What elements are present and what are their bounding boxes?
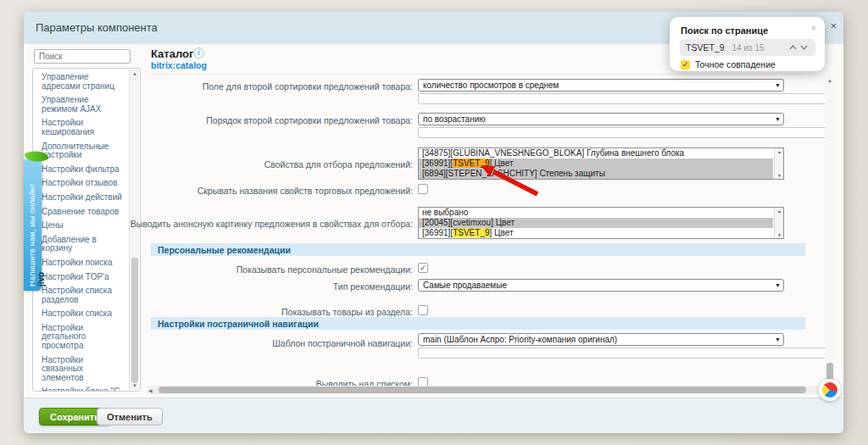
form-vertical-scrollbar[interactable]: ▲: [825, 76, 835, 393]
sort-field2-select[interactable]: количество просмотров в среднем ▼: [418, 79, 784, 92]
field-label: Порядок второй сортировки предложений то…: [206, 115, 413, 125]
sort-order2-custom-input[interactable]: [418, 127, 826, 138]
sidebar-item[interactable]: Настройки блока "С этим товаром покупают…: [33, 385, 127, 392]
dialog-close-icon[interactable]: ×: [830, 19, 837, 32]
h-scroll-thumb[interactable]: [159, 387, 806, 393]
sidebar-item[interactable]: Настройки детального просмотра: [33, 321, 127, 353]
info-icon[interactable]: i: [193, 47, 204, 58]
section-header-personal: Персональные рекомендации: [151, 243, 805, 256]
field-label: Поле для второй сортировки предложений т…: [203, 81, 413, 92]
dropdown-arrow-icon: ▼: [775, 116, 781, 122]
chat-widget-tab[interactable]: Напишите нам, мы онлайн! jivo: [24, 159, 42, 291]
field-label: Выводить анонсную картинку предложения в…: [131, 219, 413, 229]
chat-brand: jivo: [36, 272, 46, 286]
page-title: Каталог: [151, 47, 193, 60]
component-params-dialog: Параметры компонента × Управление адреса…: [24, 12, 843, 433]
sidebar-item[interactable]: Настройки действий: [33, 191, 127, 205]
page: { "window": { "title": "Параметры компон…: [0, 0, 868, 445]
show-personal-checkbox[interactable]: ✓: [418, 263, 428, 273]
scroll-up-icon[interactable]: ▲: [825, 78, 835, 83]
listbox-option[interactable]: не выбрано: [419, 208, 773, 218]
sidebar-item[interactable]: Цены: [33, 219, 127, 233]
hide-prop-names-checkbox[interactable]: [418, 184, 428, 194]
sidebar-search-input[interactable]: [34, 49, 131, 64]
sidebar-item-label: Настройки кеширования: [42, 118, 94, 136]
field-label: Показывать персональные рекомендации:: [236, 264, 413, 275]
v-scroll-thumb[interactable]: [826, 363, 833, 381]
sidebar-item-label: Управление адресами страниц: [42, 72, 114, 91]
form-horizontal-scrollbar[interactable]: ◀: [147, 386, 820, 394]
field-label: Скрывать названия свойств торговых предл…: [198, 186, 413, 196]
sidebar-item[interactable]: Управление адресами страниц: [33, 70, 127, 93]
scroll-down-icon[interactable]: ▼: [775, 173, 784, 178]
sidebar-items: Управление адресами страниц Управление р…: [33, 70, 127, 392]
exact-match-checkbox[interactable]: ✓: [681, 60, 690, 70]
field-label: Шаблон постраничной навигации:: [272, 338, 413, 348]
find-in-page-panel: Поиск по странице × TSVET_9 14 из 15 ✓ Т…: [670, 17, 825, 71]
show-from-section-checkbox[interactable]: [418, 305, 428, 315]
exact-match-label: Точное совпадение: [695, 59, 776, 70]
dialog-footer: Сохранить Отменить: [24, 398, 843, 433]
scroll-up-icon[interactable]: ▲: [775, 209, 784, 214]
find-panel-title: Поиск по странице: [681, 25, 768, 36]
sidebar-item-label: Настройки отзывов: [42, 178, 118, 187]
scroll-up-icon[interactable]: ▲: [130, 71, 140, 76]
sidebar-item[interactable]: Настройки поиска: [33, 256, 127, 270]
rec-type-select[interactable]: Самые продаваемые ▼: [418, 279, 784, 292]
field-label: Тип рекомендации:: [333, 281, 413, 292]
sidebar-scroll-thumb[interactable]: [131, 258, 138, 383]
listbox-scrollbar[interactable]: ▲ ▼: [774, 208, 783, 238]
dropdown-arrow-icon: ▼: [775, 337, 781, 342]
sidebar-item[interactable]: Добавление в корзину: [33, 233, 127, 256]
chevron-up-icon[interactable]: [787, 42, 798, 53]
sidebar-item[interactable]: Настройки отзывов: [33, 176, 127, 191]
pagenav-template-custom-input[interactable]: [418, 348, 826, 359]
sidebar-item[interactable]: Настройки кеширования: [33, 116, 127, 139]
sidebar-scrollbar[interactable]: ▲ ▼: [129, 70, 139, 390]
dialog-title: Параметры компонента: [36, 21, 158, 34]
sidebar-item-label: Настройки списка разделов: [42, 286, 112, 304]
scroll-up-icon[interactable]: ▲: [775, 149, 784, 154]
sidebar-item[interactable]: Настройки списка: [33, 307, 127, 321]
pagenav-template-select[interactable]: main (Шаблон Аспро: Priority-компания ор…: [418, 333, 784, 346]
scroll-down-icon[interactable]: ▼: [775, 232, 784, 237]
sidebar-item-label: Настройки детального просмотра: [42, 323, 86, 350]
scroll-down-icon[interactable]: ▼: [130, 383, 140, 388]
field-label: Показывать товары из раздела:: [281, 307, 413, 317]
cancel-button[interactable]: Отменить: [97, 408, 163, 426]
listbox-scrollbar[interactable]: ▲ ▼: [774, 148, 783, 179]
exact-match-row: ✓ Точное совпадение: [681, 59, 776, 70]
sidebar-item-label: Настройки TOP'a: [42, 272, 109, 281]
listbox-option[interactable]: [20045][cvetimxou] Цвет: [419, 218, 773, 228]
chat-message: Напишите нам, мы онлайн!: [27, 184, 36, 286]
sidebar-item-label: Настройки поиска: [42, 258, 113, 267]
close-icon[interactable]: ×: [811, 23, 816, 33]
sort-field2-custom-input[interactable]: [418, 93, 826, 104]
find-query-input[interactable]: TSVET_9 14 из 15: [680, 39, 815, 56]
sort-order2-select[interactable]: по возрастанию ▼: [418, 113, 784, 125]
sidebar-item[interactable]: Сравнение товаров: [33, 205, 127, 220]
sidebar-item[interactable]: Управление режимом AJAX: [33, 93, 127, 116]
sidebar-item[interactable]: Настройки фильтра: [33, 163, 127, 177]
sidebar-item-label: Настройки фильтра: [42, 164, 120, 174]
chevron-down-icon[interactable]: [798, 42, 810, 53]
color-picker-extension-icon[interactable]: [819, 379, 841, 401]
sidebar-item[interactable]: Настройки TOP'a: [33, 270, 127, 285]
sidebar-item[interactable]: Настройки списка разделов: [33, 284, 127, 307]
sidebar-item[interactable]: Настройки связанных элементов: [33, 353, 127, 386]
component-name-link[interactable]: bitrix:catalog: [151, 60, 207, 70]
sidebar-item-label: Настройки блока "С этим товаром покупают…: [42, 387, 120, 392]
anons-picture-options: не выбрано[20045][cvetimxou] Цвет[36991]…: [419, 208, 773, 238]
scroll-left-icon[interactable]: ◀: [148, 387, 153, 393]
sidebar-item-label: Добавление в корзину: [42, 235, 97, 253]
section-header-pagenav: Настройки постраничной навигации: [151, 317, 805, 330]
sidebar-item-label: Управление режимом AJAX: [42, 95, 101, 114]
sidebar-item-label: Сравнение товаров: [42, 207, 119, 216]
sidebar-item-label: Настройки связанных элементов: [42, 355, 84, 382]
find-match-counter: 14 из 15: [732, 43, 787, 53]
dropdown-arrow-icon: ▼: [775, 282, 781, 288]
sidebar-item-label: Настройки списка: [42, 309, 112, 318]
header-divider: [151, 74, 805, 75]
anons-picture-listbox[interactable]: не выбрано[20045][cvetimxou] Цвет[36991]…: [418, 207, 784, 239]
listbox-option[interactable]: [36991][TSVET_9] Цвет: [419, 228, 773, 238]
